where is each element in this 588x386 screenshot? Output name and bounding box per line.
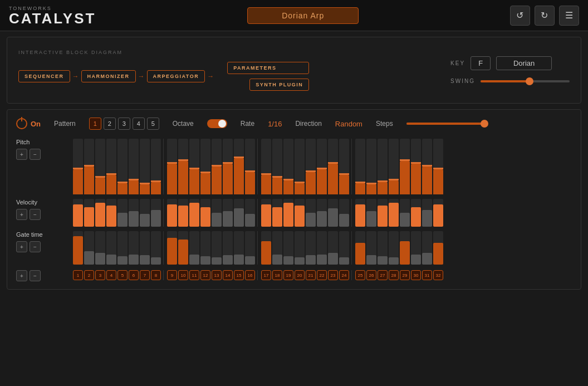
velocity-bar[interactable] bbox=[178, 199, 188, 227]
velocity-bar[interactable] bbox=[223, 199, 233, 227]
velocity-bar[interactable] bbox=[261, 199, 271, 227]
step-number[interactable]: 13 bbox=[212, 270, 222, 280]
velocity-add-btn[interactable]: + bbox=[16, 209, 27, 220]
pattern-btn-2[interactable]: 2 bbox=[104, 118, 116, 130]
gate-bar[interactable] bbox=[261, 231, 271, 265]
step-number[interactable]: 25 bbox=[355, 270, 365, 280]
pitch-bar[interactable] bbox=[366, 139, 376, 194]
pitch-bar[interactable] bbox=[151, 139, 161, 194]
pattern-btn-5[interactable]: 5 bbox=[147, 118, 159, 130]
step-number[interactable]: 16 bbox=[245, 270, 255, 280]
velocity-bar[interactable] bbox=[272, 199, 282, 227]
velocity-bar[interactable] bbox=[295, 199, 305, 227]
pitch-bar[interactable] bbox=[328, 139, 338, 194]
synth-plugin-block[interactable]: SYNTH PLUGIN bbox=[249, 79, 309, 91]
direction-value[interactable]: Random bbox=[335, 120, 362, 128]
pitch-bar[interactable] bbox=[295, 139, 305, 194]
step-number[interactable]: 27 bbox=[378, 270, 388, 280]
pitch-bar[interactable] bbox=[261, 139, 271, 194]
pitch-bar[interactable] bbox=[117, 139, 128, 194]
gate-bar[interactable] bbox=[151, 231, 161, 265]
pitch-remove-btn[interactable]: − bbox=[30, 149, 41, 160]
step-number[interactable]: 15 bbox=[234, 270, 244, 280]
step-number[interactable]: 32 bbox=[433, 270, 443, 280]
step-number[interactable]: 10 bbox=[178, 270, 188, 280]
gate-remove-btn[interactable]: − bbox=[30, 241, 41, 252]
gate-bar[interactable] bbox=[339, 231, 349, 265]
gate-bar[interactable] bbox=[200, 231, 210, 265]
pitch-bar[interactable] bbox=[84, 139, 94, 194]
pitch-bar[interactable] bbox=[223, 139, 233, 194]
step-number[interactable]: 4 bbox=[106, 270, 116, 280]
parameters-block[interactable]: PARAMETERS bbox=[227, 62, 309, 74]
pitch-bar[interactable] bbox=[317, 139, 327, 194]
pitch-bar[interactable] bbox=[306, 139, 316, 194]
velocity-bar[interactable] bbox=[106, 199, 116, 227]
step-number[interactable]: 5 bbox=[117, 270, 128, 280]
velocity-bar[interactable] bbox=[151, 199, 161, 227]
velocity-remove-btn[interactable]: − bbox=[30, 209, 41, 220]
step-number[interactable]: 2 bbox=[84, 270, 94, 280]
step-number[interactable]: 17 bbox=[261, 270, 271, 280]
velocity-bar[interactable] bbox=[189, 199, 199, 227]
step-number[interactable]: 24 bbox=[339, 270, 349, 280]
step-number[interactable]: 14 bbox=[223, 270, 233, 280]
gate-bar[interactable] bbox=[411, 231, 421, 265]
gate-bar[interactable] bbox=[234, 231, 244, 265]
velocity-bar[interactable] bbox=[339, 199, 349, 227]
pitch-bar[interactable] bbox=[272, 139, 282, 194]
gate-bar[interactable] bbox=[328, 231, 338, 265]
step-number[interactable]: 1 bbox=[73, 270, 83, 280]
pattern-btn-4[interactable]: 4 bbox=[133, 118, 145, 130]
step-number[interactable]: 26 bbox=[366, 270, 376, 280]
velocity-bar[interactable] bbox=[95, 199, 105, 227]
velocity-bar[interactable] bbox=[306, 199, 316, 227]
velocity-bar[interactable] bbox=[200, 199, 210, 227]
gate-bar[interactable] bbox=[167, 231, 177, 265]
velocity-bar[interactable] bbox=[328, 199, 338, 227]
gate-bar[interactable] bbox=[366, 231, 376, 265]
pitch-bar[interactable] bbox=[178, 139, 188, 194]
gate-bar[interactable] bbox=[272, 231, 282, 265]
step-number[interactable]: 8 bbox=[151, 270, 161, 280]
pitch-bar[interactable] bbox=[355, 139, 365, 194]
gate-bar[interactable] bbox=[73, 231, 83, 265]
step-number[interactable]: 3 bbox=[95, 270, 105, 280]
velocity-bar[interactable] bbox=[212, 199, 222, 227]
velocity-bar[interactable] bbox=[140, 199, 150, 227]
pitch-bar[interactable] bbox=[422, 139, 432, 194]
pitch-bar[interactable] bbox=[129, 139, 139, 194]
gate-bar[interactable] bbox=[400, 231, 410, 265]
velocity-bar[interactable] bbox=[433, 199, 443, 227]
gate-bar[interactable] bbox=[212, 231, 222, 265]
gate-bar[interactable] bbox=[178, 231, 188, 265]
gate-bar[interactable] bbox=[295, 231, 305, 265]
pitch-bar[interactable] bbox=[167, 139, 177, 194]
step-number[interactable]: 11 bbox=[189, 270, 199, 280]
pitch-bar[interactable] bbox=[200, 139, 210, 194]
gate-bar[interactable] bbox=[306, 231, 316, 265]
pitch-bar[interactable] bbox=[389, 139, 399, 194]
velocity-bar[interactable] bbox=[84, 199, 94, 227]
step-number[interactable]: 6 bbox=[129, 270, 139, 280]
step-number[interactable]: 18 bbox=[272, 270, 282, 280]
pitch-bar[interactable] bbox=[95, 139, 105, 194]
pattern-btn-1[interactable]: 1 bbox=[89, 118, 101, 130]
velocity-bar[interactable] bbox=[167, 199, 177, 227]
gate-bar[interactable] bbox=[117, 231, 128, 265]
step-number[interactable]: 7 bbox=[140, 270, 150, 280]
velocity-bar[interactable] bbox=[355, 199, 365, 227]
menu-button[interactable]: ☰ bbox=[559, 6, 579, 26]
gate-bar[interactable] bbox=[129, 231, 139, 265]
pitch-add-btn[interactable]: + bbox=[16, 149, 27, 160]
velocity-bar[interactable] bbox=[411, 199, 421, 227]
gate-bar[interactable] bbox=[378, 231, 388, 265]
velocity-bar[interactable] bbox=[366, 199, 376, 227]
pitch-bar[interactable] bbox=[212, 139, 222, 194]
velocity-bar[interactable] bbox=[117, 199, 128, 227]
pitch-bar[interactable] bbox=[339, 139, 349, 194]
gate-bar[interactable] bbox=[245, 231, 255, 265]
pitch-bar[interactable] bbox=[283, 139, 293, 194]
gate-bar[interactable] bbox=[95, 231, 105, 265]
gate-bar[interactable] bbox=[355, 231, 365, 265]
